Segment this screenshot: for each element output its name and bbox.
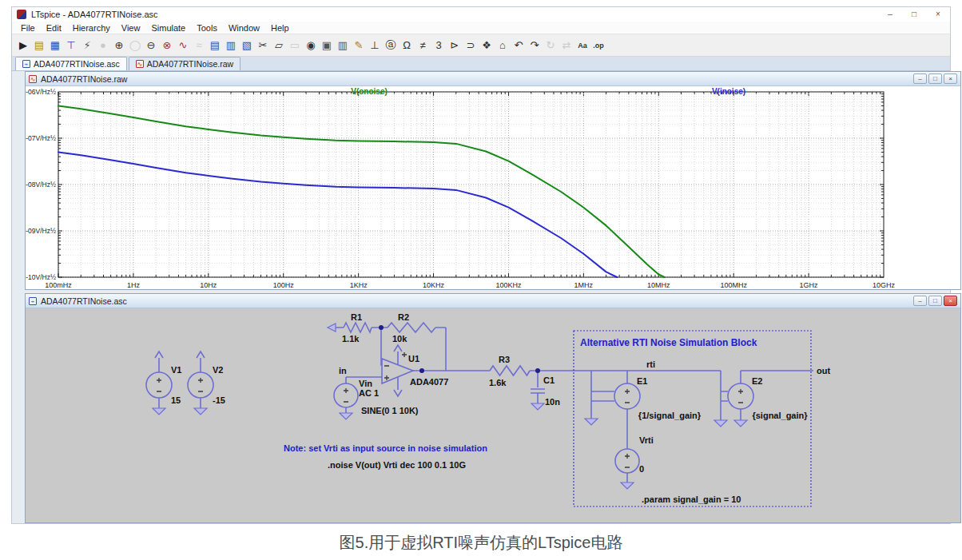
schematic-close-button[interactable]: ×: [944, 296, 957, 306]
toolbar-wire-button[interactable]: ✎: [351, 36, 367, 54]
net-label-out: out: [817, 366, 830, 375]
toolbar-zoom-full-button[interactable]: ⊗: [159, 36, 175, 54]
toolbar-undo-button[interactable]: ↶: [511, 36, 527, 54]
y-tick-label: 1e-07V/Hz½: [26, 134, 56, 142]
schematic-icon: ⌁: [29, 297, 37, 305]
toolbar-component-button[interactable]: ⊃: [463, 36, 479, 54]
trace-V(onoise): [58, 106, 665, 278]
toolbar-tile-horizontal-button[interactable]: ▤: [207, 36, 223, 54]
plot-minimize-button[interactable]: –: [913, 73, 927, 84]
e2-name: E2: [752, 376, 762, 386]
plot-restore-button[interactable]: □: [928, 73, 942, 84]
r2-name: R2: [398, 312, 409, 322]
vin-value: AC 1: [359, 388, 379, 398]
toolbar-resistor-button[interactable]: Ω: [399, 36, 415, 54]
c1-value: 10n: [545, 397, 560, 407]
menu-file[interactable]: File: [15, 23, 41, 33]
rti-block-title: Alternative RTI Noise Simulation Block: [580, 337, 757, 348]
vin-source[interactable]: [334, 383, 358, 419]
tab-schematic-label: ADA4077RTINoise.asc: [34, 59, 120, 69]
r3-resistor[interactable]: [490, 366, 530, 375]
toolbar-cascade-button[interactable]: ▧: [239, 36, 255, 54]
toolbar-ground-button[interactable]: ⊥: [367, 36, 383, 54]
menu-hierarchy[interactable]: Hierarchy: [67, 23, 116, 33]
r1-resistor[interactable]: [328, 323, 372, 332]
x-tick-label: 1MHz: [574, 281, 594, 289]
v2-value: -15: [213, 395, 225, 405]
v1-value: 15: [171, 395, 181, 405]
toolbar-diode-button[interactable]: ⊳: [447, 36, 463, 54]
e1-source[interactable]: [585, 383, 640, 425]
toolbar-find-button[interactable]: ◉: [303, 36, 319, 54]
window-title: LTspice - ADA4077RTINoise.asc: [31, 10, 158, 19]
menu-tools[interactable]: Tools: [191, 23, 223, 33]
toolbar-run-simulation-button[interactable]: ⚡: [79, 36, 95, 54]
toolbar-run-button[interactable]: ▶: [15, 36, 31, 54]
toolbar-tile-vertical-button[interactable]: ▥: [223, 36, 239, 54]
toolbar-text-button[interactable]: Aa: [574, 36, 590, 54]
toolbar-autorange-button: ≈: [191, 36, 207, 54]
tab-bar: ⌁ ADA4077RTINoise.asc ∿ ADA4077RTINoise.…: [12, 57, 950, 71]
toolbar-zoom-area-button: ◯: [127, 36, 143, 54]
schematic-minimize-button[interactable]: –: [913, 296, 927, 306]
menu-edit[interactable]: Edit: [41, 23, 67, 33]
trace-label-onoise[interactable]: V(onoise): [321, 87, 417, 96]
toolbar-zoom-out-button[interactable]: ⊖: [143, 36, 159, 54]
toolbar-copy-bitmap-button[interactable]: ▣: [319, 36, 335, 54]
plot-close-button[interactable]: ×: [944, 73, 957, 84]
toolbar-print-button[interactable]: ▥: [335, 36, 351, 54]
menu-simulate[interactable]: Simulate: [145, 23, 191, 33]
toolbar-mirror-button: ⇄: [559, 36, 574, 54]
schematic-canvas[interactable]: V1 15 V2 -15 R1 1.1k R2 10k in Vin AC 1 …: [26, 308, 960, 522]
wires: [159, 328, 813, 483]
toolbar-plot-settings-button[interactable]: ∿: [175, 36, 191, 54]
tab-waveform[interactable]: ∿ ADA4077RTINoise.raw: [129, 57, 240, 70]
window-titlebar[interactable]: LTspice - ADA4077RTINoise.asc – □ ×: [12, 7, 950, 22]
r3-name: R3: [499, 355, 510, 364]
menu-window[interactable]: Window: [223, 23, 265, 33]
y-tick-label: 1e-09V/Hz½: [26, 227, 56, 235]
toolbar-spice-directive-button[interactable]: .op: [590, 36, 606, 54]
vrti-source[interactable]: [615, 449, 639, 489]
ltspice-window: LTspice - ADA4077RTINoise.asc – □ × File…: [11, 6, 951, 524]
v1-name: V1: [171, 365, 181, 375]
menu-view[interactable]: View: [116, 23, 146, 33]
schematic-pane: ⌁ ADA4077RTINoise.asc – □ ×: [25, 293, 961, 523]
toolbar-inductor-button[interactable]: 3: [431, 36, 447, 54]
trace-label-inoise[interactable]: V(inoise): [681, 87, 777, 96]
schematic-icon: ⌁: [22, 60, 30, 68]
plot-pane-controls: – □ ×: [913, 73, 957, 84]
schematic-maximize-button[interactable]: □: [928, 296, 942, 306]
toolbar-cut-button[interactable]: ✂: [255, 36, 271, 54]
toolbar-redo-button[interactable]: ↷: [527, 36, 543, 54]
y-tick-label: 1e-10V/Hz½: [26, 273, 56, 281]
plot-pane-titlebar[interactable]: ∿ ADA4077RTINoise.raw – □ ×: [26, 72, 960, 86]
toolbar-save-button[interactable]: ▦: [47, 36, 63, 54]
menu-bar: FileEditHierarchyViewSimulateToolsWindow…: [12, 22, 950, 34]
tab-schematic[interactable]: ⌁ ADA4077RTINoise.asc: [15, 57, 127, 70]
toolbar-zoom-in-button[interactable]: ⊕: [111, 36, 127, 54]
schematic-pane-titlebar[interactable]: ⌁ ADA4077RTINoise.asc – □ ×: [26, 294, 960, 308]
y-tick-label: 1e-06V/Hz½: [26, 88, 56, 96]
toolbar-copy-button[interactable]: ▱: [271, 36, 287, 54]
vrti-value: 0: [639, 464, 644, 474]
v2-name: V2: [213, 365, 223, 375]
maximize-button[interactable]: □: [902, 7, 926, 22]
toolbar-drag-button[interactable]: ⌂: [495, 36, 511, 54]
toolbar-move-button[interactable]: ❖: [479, 36, 495, 54]
toolbar-label-net-button[interactable]: ⓐ: [383, 36, 399, 54]
plot-pane: ∿ ADA4077RTINoise.raw – □ × V(onoise) V(…: [25, 71, 961, 290]
vrti-name: Vrti: [639, 435, 654, 445]
x-tick-label: 100KHz: [495, 281, 522, 289]
toolbar-capacitor-button[interactable]: ≠: [415, 36, 431, 54]
close-button[interactable]: ×: [926, 7, 950, 22]
r2-resistor[interactable]: [388, 323, 435, 332]
toolbar-halt-button: ●: [95, 36, 111, 54]
minimize-button[interactable]: –: [878, 7, 902, 22]
noise-plot-canvas[interactable]: V(onoise) V(inoise) 100mHz1Hz10Hz100Hz1K…: [26, 86, 960, 289]
toolbar-control-panel-button[interactable]: ⊤: [63, 36, 79, 54]
param-directive: .param signal_gain = 10: [642, 494, 741, 504]
menu-help[interactable]: Help: [265, 23, 295, 33]
toolbar-open-button[interactable]: ▤: [31, 36, 47, 54]
net-label-rti: rti: [646, 359, 655, 369]
